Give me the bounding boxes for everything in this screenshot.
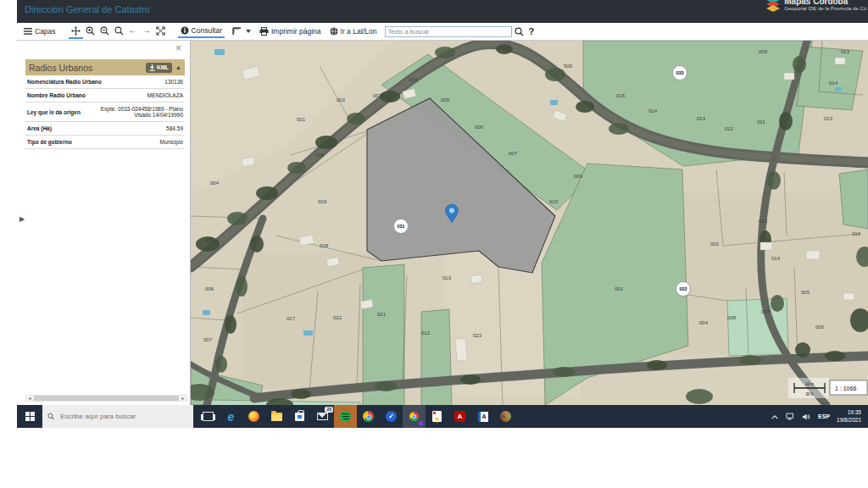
expand-arrows-icon bbox=[156, 26, 165, 36]
network-icon[interactable] bbox=[786, 413, 795, 420]
mail-icon bbox=[317, 413, 328, 420]
chrome-icon bbox=[363, 411, 374, 422]
map-toolbar: Capas ← bbox=[17, 23, 868, 41]
parcel-number-label: 002 bbox=[337, 97, 346, 103]
consultar-button[interactable]: Consultar bbox=[178, 25, 225, 38]
feature-info-card: Radios Urbanos KML ▲ Nomenclatura Radio … bbox=[25, 59, 185, 149]
chrome-profile-button[interactable] bbox=[403, 405, 426, 428]
help-doc-icon: ? bbox=[432, 411, 442, 422]
info-row: Nombre Radio Urbano MENDIOLAZA bbox=[25, 89, 185, 103]
svg-text:022: 022 bbox=[679, 286, 687, 291]
parcel-number-label: 013 bbox=[841, 49, 850, 54]
parcel-number-label: 007 bbox=[509, 151, 518, 156]
edge-button[interactable]: e bbox=[220, 405, 242, 428]
pan-tool-button[interactable] bbox=[69, 25, 83, 39]
full-extent-button[interactable] bbox=[153, 25, 168, 39]
search-submit-button[interactable] bbox=[512, 25, 526, 38]
taskbar-search-input[interactable] bbox=[58, 412, 188, 421]
kml-download-button[interactable]: KML bbox=[146, 63, 172, 73]
previous-extent-button[interactable]: ← bbox=[126, 25, 140, 38]
store-button[interactable] bbox=[288, 405, 311, 428]
start-button[interactable] bbox=[17, 405, 42, 428]
pan-icon bbox=[71, 26, 81, 36]
parcel-number-label: 008 bbox=[727, 315, 737, 320]
parcel-number-label: 011 bbox=[757, 119, 765, 125]
todo-button[interactable]: ✓ bbox=[380, 405, 403, 428]
go-to-latlon-button[interactable]: Ir a Lat/Lon bbox=[327, 25, 380, 37]
word-doc-icon: A bbox=[478, 412, 488, 422]
taskbar-apps: e 23 ✓ ? A A bbox=[197, 405, 517, 428]
volume-icon[interactable] bbox=[802, 413, 811, 421]
layers-button[interactable]: Capas bbox=[21, 25, 58, 37]
acrobat-icon: A bbox=[454, 411, 465, 422]
chrome-button[interactable] bbox=[357, 405, 380, 428]
svg-text:031: 031 bbox=[397, 224, 404, 229]
zoom-out-tool-button[interactable] bbox=[97, 25, 112, 39]
feature-card-header: Radios Urbanos KML ▲ bbox=[25, 59, 185, 75]
collapse-card-icon[interactable]: ▲ bbox=[175, 64, 181, 70]
word-button[interactable]: A bbox=[471, 405, 494, 428]
measure-icon bbox=[232, 27, 242, 36]
scroll-left-arrow[interactable]: ◄ bbox=[26, 395, 33, 402]
parcel-number-label: 012 bbox=[421, 330, 431, 336]
firefox-button[interactable] bbox=[242, 405, 265, 428]
next-extent-button[interactable]: → bbox=[140, 25, 153, 38]
parcel-marker[interactable]: 031 bbox=[394, 219, 409, 234]
measure-tool-button[interactable] bbox=[230, 25, 253, 37]
info-label: Ley que le da origen bbox=[27, 109, 81, 115]
parcel-number-label: 004 bbox=[699, 320, 709, 325]
parcel-number-label: 010 bbox=[549, 199, 559, 204]
map-viewport[interactable]: 5000030020010260190040050060070040050060… bbox=[191, 41, 868, 405]
search-icon bbox=[515, 27, 524, 36]
panel-close-button[interactable]: × bbox=[175, 43, 181, 53]
panel-collapse-handle[interactable]: ▶ bbox=[19, 215, 25, 223]
zoom-extent-tool-button[interactable] bbox=[112, 25, 126, 39]
photos-button[interactable] bbox=[494, 405, 517, 428]
windows-logo-icon bbox=[25, 412, 35, 421]
parcel-number-label: 019 bbox=[318, 199, 327, 204]
parcel-number-label: 017 bbox=[287, 316, 296, 321]
photos-icon bbox=[500, 411, 511, 422]
parcel-number-label: 003 bbox=[373, 93, 382, 98]
help-label: ? bbox=[529, 26, 535, 36]
map-search-input[interactable] bbox=[385, 26, 512, 37]
parcel-number-label: 009 bbox=[574, 174, 583, 179]
zoom-in-tool-button[interactable] bbox=[83, 25, 97, 39]
info-label: Nombre Radio Urbano bbox=[27, 92, 86, 98]
taskbar-search[interactable] bbox=[42, 405, 193, 428]
panel-horizontal-scrollbar[interactable]: ◄ ► bbox=[25, 395, 187, 402]
info-icon bbox=[181, 26, 189, 35]
parcel-number-label: 500 bbox=[564, 64, 573, 69]
map-canvas[interactable]: 5000030020010260190040050060070040050060… bbox=[191, 41, 868, 405]
taskbar-clock[interactable]: 19:35 19/8/2021 bbox=[837, 409, 861, 424]
language-indicator[interactable]: ESP bbox=[818, 413, 830, 419]
parcel-marker[interactable]: 022 bbox=[676, 282, 691, 297]
scroll-right-arrow[interactable]: ► bbox=[180, 395, 186, 402]
parcel-number-label: 013 bbox=[442, 275, 452, 280]
parcel-number-label: 001 bbox=[615, 286, 624, 291]
parcel-number-label: 013 bbox=[759, 219, 768, 224]
file-explorer-button[interactable] bbox=[265, 405, 288, 428]
windows-taskbar: e 23 ✓ ? A A bbox=[17, 405, 868, 428]
print-button[interactable]: Imprimir página bbox=[257, 25, 324, 37]
acrobat-button[interactable]: A bbox=[448, 405, 471, 428]
info-row: Area (Ha) 584.59 bbox=[25, 122, 185, 136]
parcel-marker[interactable]: 033 bbox=[673, 66, 687, 80]
logo-title: Mapas Córdoba bbox=[784, 0, 866, 6]
help-doc-button[interactable]: ? bbox=[426, 405, 448, 428]
zoom-extent-icon bbox=[114, 26, 124, 36]
parcel-number-label: 012 bbox=[725, 126, 734, 131]
mail-button[interactable]: 23 bbox=[311, 405, 334, 428]
clock-date: 19/8/2021 bbox=[837, 417, 861, 424]
task-view-button[interactable] bbox=[197, 405, 220, 428]
show-hidden-icons-chevron[interactable] bbox=[771, 413, 779, 420]
help-button[interactable]: ? bbox=[526, 25, 537, 38]
spotify-button[interactable] bbox=[334, 405, 357, 428]
globe-icon bbox=[330, 27, 338, 36]
parcel-number-label: 005 bbox=[206, 237, 215, 242]
zoom-in-icon bbox=[86, 26, 95, 36]
scrollbar-thumb[interactable] bbox=[34, 396, 179, 401]
app-title: Dirección General de Catastro bbox=[25, 4, 150, 14]
clock-time: 19:35 bbox=[848, 409, 861, 417]
scale-meters-label: 10 m bbox=[805, 382, 814, 386]
